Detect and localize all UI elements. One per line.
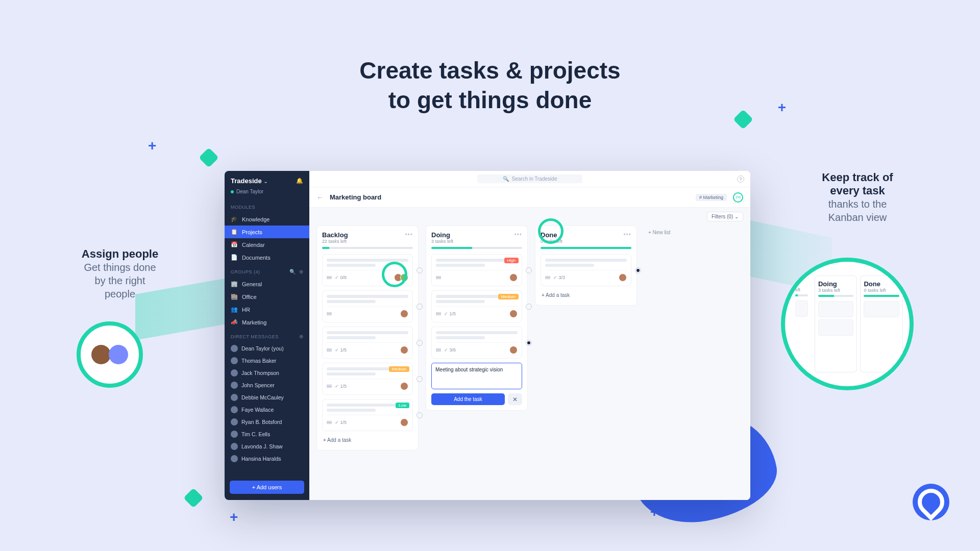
search-icon[interactable]: 🔍: [289, 269, 296, 274]
modules-header: MODULES: [225, 199, 309, 213]
list-subtitle: 3 tasks left: [431, 239, 453, 244]
description-icon: [327, 312, 332, 316]
avatar: [231, 431, 238, 438]
checklist-count: ✓ 3/3: [553, 275, 565, 280]
select-radio[interactable]: [416, 267, 423, 273]
select-radio[interactable]: [526, 267, 532, 273]
zoom-col-partial: eft: [792, 276, 811, 372]
sidebar-group-office[interactable]: 🏬Office: [225, 290, 309, 303]
module-icon: 🎓: [231, 216, 238, 222]
dm-item[interactable]: John Spencer: [225, 379, 309, 391]
avatar: [400, 382, 408, 390]
list-doing: Doing 3 tasks left ••• HighMedium✓ 1/5✓ …: [426, 226, 528, 411]
triangle-decoration: [199, 147, 219, 168]
sidebar-module-projects[interactable]: 📋Projects: [225, 226, 309, 238]
dm-item[interactable]: Faye Wallace: [225, 404, 309, 416]
module-icon: 📅: [231, 241, 238, 248]
select-radio[interactable]: [635, 267, 641, 273]
dm-item[interactable]: Lavonda J. Shaw: [225, 440, 309, 453]
plus-icon[interactable]: ⊕: [299, 334, 304, 339]
sidebar-group-marketing[interactable]: 📣Marketing: [225, 316, 309, 329]
dm-item[interactable]: Thomas Baker: [225, 355, 309, 367]
task-card[interactable]: ✓ 1/5: [322, 327, 413, 359]
avatar: [231, 418, 238, 425]
description-icon: [436, 348, 441, 352]
triangle-decoration: [183, 488, 204, 508]
dm-item[interactable]: Hansina Haralds: [225, 453, 309, 465]
new-task-input[interactable]: Meeting about strategic vision: [431, 363, 522, 389]
avatar: [400, 310, 408, 318]
list-subtitle: 22 tasks left: [322, 239, 348, 244]
avatar: [91, 345, 111, 364]
back-button[interactable]: ←: [316, 193, 324, 202]
add-the-task-button[interactable]: Add the task: [431, 393, 505, 405]
avatar: [231, 394, 238, 401]
task-card[interactable]: Medium✓ 1/5: [431, 290, 522, 322]
sidebar-module-calendar[interactable]: 📅Calendar: [225, 238, 309, 251]
kanban-zoom-bubble: eft Doing 3 tasks left Done 0 tasks left: [781, 258, 914, 390]
plus-decoration: +: [230, 509, 238, 525]
new-list-button[interactable]: + New list: [644, 226, 675, 239]
search-icon: 🔍: [503, 176, 509, 182]
sidebar-group-hr[interactable]: 👥HR: [225, 303, 309, 316]
avatar: [400, 346, 408, 354]
description-icon: [327, 421, 332, 424]
checklist-count: ✓ 1/5: [335, 384, 347, 389]
list-title: Doing: [431, 231, 453, 239]
help-icon[interactable]: ?: [737, 176, 744, 183]
select-radio[interactable]: [416, 376, 423, 382]
task-card[interactable]: ✓ 3/3: [541, 254, 631, 286]
board-tag[interactable]: # Marketing: [696, 194, 727, 201]
select-radio[interactable]: [526, 340, 532, 346]
checklist-count: ✓ 0/8: [335, 275, 347, 280]
add-users-button[interactable]: + Add users: [230, 481, 304, 494]
avatar: [231, 406, 238, 413]
add-task-button[interactable]: + Add a task: [322, 435, 413, 445]
app-window: Tradeside 🔔 Dean Taylor MODULES 🎓Knowled…: [225, 171, 750, 500]
description-icon: [436, 276, 441, 280]
more-icon[interactable]: •••: [514, 231, 522, 238]
description-icon: [327, 385, 332, 388]
progress-ring: 1%: [733, 192, 743, 203]
workspace-switcher[interactable]: Tradeside: [231, 177, 268, 185]
select-radio[interactable]: [416, 304, 423, 310]
dm-item[interactable]: Debbie McCauley: [225, 391, 309, 404]
sidebar-group-general[interactable]: 🏢General: [225, 278, 309, 290]
description-icon: [327, 348, 332, 352]
avatar: [400, 418, 408, 427]
more-icon[interactable]: •••: [623, 231, 631, 238]
dm-item[interactable]: Tim C. Eells: [225, 428, 309, 440]
task-card[interactable]: ✓ 3/6: [431, 327, 522, 359]
highlight-ring-avatars: [382, 262, 407, 287]
bell-icon[interactable]: 🔔: [296, 178, 303, 184]
zoom-col-doing: Doing 3 tasks left: [815, 276, 857, 372]
select-radio[interactable]: [416, 340, 423, 346]
search-input[interactable]: 🔍 Search in Tradeside: [477, 174, 583, 183]
plus-decoration: +: [778, 99, 786, 116]
checklist-count: ✓ 1/5: [335, 420, 347, 425]
group-icon: 📣: [231, 319, 238, 325]
dm-item[interactable]: Ryan B. Botsford: [225, 416, 309, 428]
sidebar-module-knowledge[interactable]: 🎓Knowledge: [225, 213, 309, 226]
task-card[interactable]: Low✓ 1/5: [322, 399, 413, 431]
current-user[interactable]: Dean Taylor: [225, 189, 309, 199]
select-radio[interactable]: [416, 412, 423, 418]
avatar: [231, 345, 238, 352]
select-radio[interactable]: [526, 304, 532, 310]
filters-button[interactable]: Filters (0) ⌄: [707, 212, 743, 221]
plus-icon[interactable]: ⊕: [299, 269, 304, 274]
main-panel: 🔍 Search in Tradeside ? ← Marketing boar…: [309, 171, 750, 500]
add-task-button[interactable]: + Add a task: [541, 290, 631, 300]
group-icon: 🏬: [231, 293, 238, 300]
dm-item[interactable]: Jack Thompson: [225, 367, 309, 379]
module-icon: 📄: [231, 254, 238, 261]
task-card[interactable]: High: [431, 254, 522, 286]
cancel-button[interactable]: ✕: [508, 393, 522, 405]
task-card[interactable]: Medium✓ 1/5: [322, 363, 413, 395]
task-card[interactable]: [322, 290, 413, 322]
more-icon[interactable]: •••: [405, 231, 413, 238]
dm-item[interactable]: Dean Taylor (you): [225, 342, 309, 355]
highlight-ring-done: [538, 218, 564, 244]
sidebar-module-documents[interactable]: 📄Documents: [225, 251, 309, 264]
avatar: [509, 310, 518, 318]
